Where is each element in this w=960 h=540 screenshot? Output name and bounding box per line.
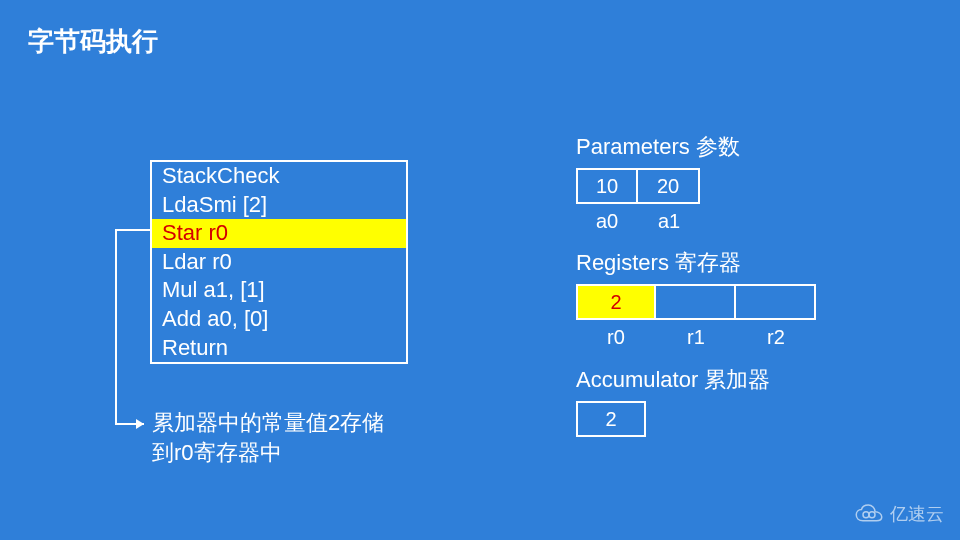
explanation-text: 累加器中的常量值2存储 到r0寄存器中 (152, 408, 412, 467)
instruction-5: Add a0, [0] (152, 305, 406, 334)
register-name-2: r2 (736, 326, 816, 349)
register-name-1: r1 (656, 326, 736, 349)
explanation-line1: 累加器中的常量值2存储 (152, 408, 412, 438)
accumulator-cells: 2 (576, 401, 770, 437)
instruction-0: StackCheck (152, 162, 406, 191)
param-cell-0: 10 (576, 168, 638, 204)
instruction-3: Ldar r0 (152, 248, 406, 277)
explanation-line2: 到r0寄存器中 (152, 438, 412, 468)
watermark-text: 亿速云 (890, 502, 944, 526)
registers-cells: 2 (576, 284, 816, 320)
cloud-icon (854, 503, 884, 525)
instruction-1: LdaSmi [2] (152, 191, 406, 220)
register-cell-1 (656, 284, 736, 320)
accumulator-label: Accumulator 累加器 (576, 365, 770, 395)
param-cell-1: 20 (638, 168, 700, 204)
instruction-4: Mul a1, [1] (152, 276, 406, 305)
param-name-1: a1 (638, 210, 700, 233)
parameters-cells: 1020 (576, 168, 740, 204)
registers-names: r0r1r2 (576, 326, 816, 349)
register-name-0: r0 (576, 326, 656, 349)
watermark: 亿速云 (854, 502, 944, 526)
instruction-2: Star r0 (152, 219, 406, 248)
register-cell-2 (736, 284, 816, 320)
registers-label: Registers 寄存器 (576, 248, 816, 278)
bytecode-list: StackCheckLdaSmi [2]Star r0Ldar r0Mul a1… (150, 160, 408, 364)
accumulator-cell: 2 (576, 401, 646, 437)
parameters-names: a0a1 (576, 210, 740, 233)
parameters-label: Parameters 参数 (576, 132, 740, 162)
parameters-section: Parameters 参数 1020 a0a1 (576, 132, 740, 233)
arrow-indicator (112, 218, 156, 438)
page-title: 字节码执行 (28, 24, 158, 59)
accumulator-section: Accumulator 累加器 2 (576, 365, 770, 437)
param-name-0: a0 (576, 210, 638, 233)
registers-section: Registers 寄存器 2 r0r1r2 (576, 248, 816, 349)
svg-point-1 (869, 512, 875, 518)
svg-point-0 (863, 512, 869, 518)
instruction-6: Return (152, 334, 406, 363)
register-cell-0: 2 (576, 284, 656, 320)
